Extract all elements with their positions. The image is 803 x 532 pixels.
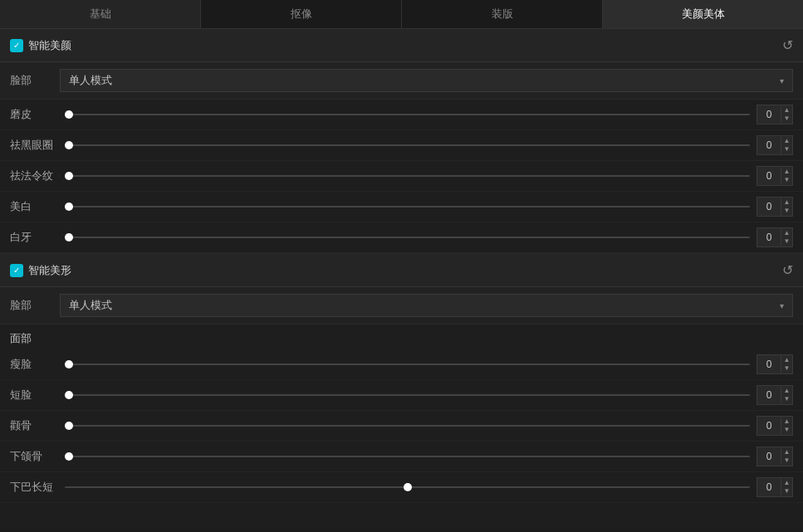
slider-track-baiya[interactable] [65, 229, 750, 246]
slider-spinners-shoulian: ▲ ▼ [781, 356, 792, 373]
slider-row-xiagu: 下颌骨 0 ▲ ▼ [0, 442, 803, 472]
slider-value-box-qflw: 0 ▲ ▼ [756, 166, 793, 186]
slider-spinners-duanlian: ▲ ▼ [781, 387, 792, 403]
spinner-down-duanlian[interactable]: ▼ [781, 395, 792, 403]
beauty-shape-mode-label: 脸部 [10, 298, 60, 313]
spinner-down-xiaba[interactable]: ▼ [781, 487, 792, 495]
tab-image[interactable]: 抠像 [201, 0, 402, 28]
slider-value-box-meibai: 0 ▲ ▼ [756, 197, 793, 217]
slider-track-shoulian[interactable] [65, 356, 750, 373]
slider-spinners-xiaba: ▲ ▼ [781, 479, 792, 495]
slider-label-baiya: 白牙 [10, 230, 58, 245]
beauty-face-mode-value: 单人模式 [69, 73, 112, 88]
spinner-up-xiaba[interactable]: ▲ [781, 479, 792, 487]
slider-track-quangu[interactable] [65, 417, 750, 434]
spinner-down-quangu[interactable]: ▼ [781, 426, 792, 434]
slider-value-box-xiagu: 0 ▲ ▼ [756, 447, 793, 466]
slider-row-xiaba: 下巴长短 0 ▲ ▼ [0, 472, 803, 503]
spinner-down-qflw[interactable]: ▼ [781, 176, 792, 184]
slider-label-shoulian: 瘦脸 [10, 357, 58, 372]
slider-value-mopu: 0 [757, 109, 781, 120]
slider-label-xiagu: 下颌骨 [10, 449, 58, 464]
slider-value-duanlian: 0 [757, 389, 781, 401]
tab-bar: 基础 抠像 装版 美颜美体 [0, 0, 803, 29]
slider-value-meibai: 0 [757, 201, 781, 212]
slider-track-bg-baiya [65, 237, 750, 238]
slider-thumb-mopu[interactable] [65, 110, 73, 119]
beauty-face-mode-row: 脸部 单人模式 ▾ [0, 62, 803, 100]
slider-track-mopu[interactable] [65, 106, 750, 123]
spinner-up-qhyq[interactable]: ▲ [781, 137, 792, 145]
beauty-face-mode-select[interactable]: 单人模式 ▾ [60, 69, 793, 92]
beauty-face-mode-label: 脸部 [10, 73, 60, 88]
spinner-up-xiagu[interactable]: ▲ [781, 448, 792, 456]
section-beauty-face-title: ✓ 智能美颜 [10, 38, 71, 53]
spinner-down-mopu[interactable]: ▼ [781, 115, 792, 123]
slider-track-duanlian[interactable] [65, 387, 750, 403]
slider-track-qflw[interactable] [65, 168, 750, 184]
slider-row-duanlian: 短脸 0 ▲ ▼ [0, 380, 803, 411]
spinner-up-duanlian[interactable]: ▲ [781, 387, 792, 395]
beauty-shape-reset-icon[interactable]: ↺ [782, 262, 793, 278]
slider-track-xiaba[interactable] [65, 479, 750, 495]
slider-thumb-duanlian[interactable] [65, 391, 73, 399]
beauty-shape-mode-arrow: ▾ [780, 301, 784, 310]
slider-track-xiagu[interactable] [65, 448, 750, 465]
beauty-shape-check-icon[interactable]: ✓ [10, 264, 23, 277]
slider-row-baiya: 白牙 0 ▲ ▼ [0, 222, 803, 253]
spinner-up-mopu[interactable]: ▲ [781, 106, 792, 115]
slider-label-qhyq: 祛黑眼圈 [10, 138, 58, 153]
slider-label-quangu: 颧骨 [10, 418, 58, 433]
slider-spinners-qhyq: ▲ ▼ [781, 137, 792, 154]
slider-spinners-mopu: ▲ ▼ [781, 106, 792, 123]
spinner-down-meibai[interactable]: ▼ [781, 207, 792, 215]
section-beauty-face-header: ✓ 智能美颜 ↺ [0, 29, 803, 62]
slider-value-qflw: 0 [757, 170, 781, 182]
beauty-face-check-icon[interactable]: ✓ [10, 39, 23, 52]
spinner-down-shoulian[interactable]: ▼ [781, 364, 792, 373]
spinner-up-quangu[interactable]: ▲ [781, 417, 792, 426]
slider-value-box-duanlian: 0 ▲ ▼ [756, 385, 793, 405]
spinner-down-qhyq[interactable]: ▼ [781, 145, 792, 154]
slider-label-meibai: 美白 [10, 199, 58, 214]
slider-track-bg-qflw [65, 175, 750, 177]
slider-spinners-qflw: ▲ ▼ [781, 168, 792, 184]
slider-spinners-baiya: ▲ ▼ [781, 229, 792, 246]
beauty-shape-mode-value: 单人模式 [69, 298, 112, 313]
slider-label-xiaba: 下巴长短 [10, 480, 58, 495]
spinner-up-shoulian[interactable]: ▲ [781, 356, 792, 364]
slider-value-box-qhyq: 0 ▲ ▼ [756, 135, 793, 155]
spinner-down-baiya[interactable]: ▼ [781, 237, 792, 246]
slider-track-qhyq[interactable] [65, 137, 750, 154]
slider-thumb-shoulian[interactable] [65, 360, 73, 368]
slider-row-shoulian: 瘦脸 0 ▲ ▼ [0, 349, 803, 380]
slider-track-meibai[interactable] [65, 198, 750, 215]
slider-track-bg-xiaba [65, 486, 750, 488]
slider-row-meibai: 美白 0 ▲ ▼ [0, 192, 803, 222]
slider-thumb-meibai[interactable] [65, 203, 73, 211]
slider-thumb-qflw[interactable] [65, 172, 73, 180]
slider-track-bg-mopu [65, 114, 750, 115]
spinner-up-baiya[interactable]: ▲ [781, 229, 792, 237]
slider-track-bg-duanlian [65, 394, 750, 396]
spinner-up-meibai[interactable]: ▲ [781, 198, 792, 207]
slider-value-quangu: 0 [757, 420, 781, 432]
beauty-shape-mode-select[interactable]: 单人模式 ▾ [60, 294, 793, 317]
beauty-face-reset-icon[interactable]: ↺ [782, 37, 793, 53]
slider-thumb-qhyq[interactable] [65, 141, 73, 149]
slider-thumb-xiaba[interactable] [404, 483, 412, 491]
beauty-face-title-label: 智能美颜 [28, 38, 71, 53]
slider-track-bg-quangu [65, 425, 750, 427]
spinner-up-qflw[interactable]: ▲ [781, 168, 792, 176]
spinner-down-xiagu[interactable]: ▼ [781, 456, 792, 465]
tab-basic[interactable]: 基础 [0, 0, 201, 28]
tab-layout[interactable]: 装版 [402, 0, 603, 28]
slider-spinners-xiagu: ▲ ▼ [781, 448, 792, 465]
slider-thumb-quangu[interactable] [65, 422, 73, 430]
slider-row-quangu: 颧骨 0 ▲ ▼ [0, 411, 803, 442]
slider-thumb-baiya[interactable] [65, 233, 73, 242]
tab-beauty[interactable]: 美颜美体 [603, 0, 803, 28]
slider-thumb-xiagu[interactable] [65, 452, 73, 461]
slider-value-qhyq: 0 [757, 139, 781, 151]
slider-value-box-mopu: 0 ▲ ▼ [756, 105, 793, 124]
